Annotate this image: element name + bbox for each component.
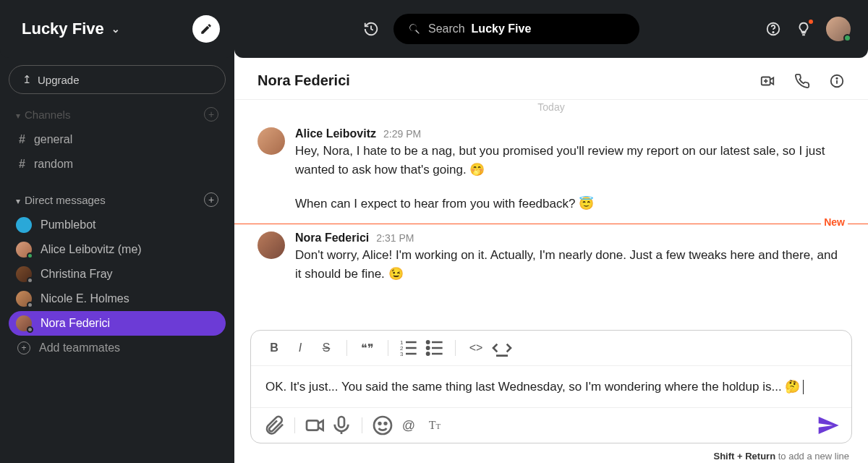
main: Search Lucky Five Nora Federici: [234, 0, 868, 463]
channel-item-random[interactable]: # random: [9, 152, 226, 177]
compose-button[interactable]: [192, 15, 220, 43]
video-button[interactable]: [304, 415, 327, 436]
history-icon: [363, 21, 379, 37]
at-icon: @: [402, 418, 415, 433]
add-video-button[interactable]: [760, 73, 775, 89]
date-separator: Today: [234, 100, 868, 120]
svg-point-18: [427, 347, 429, 349]
message-row: Nora Federici 2:31 PM Don't worry, Alice…: [234, 224, 868, 292]
code-button[interactable]: <>: [464, 338, 488, 358]
format-button[interactable]: TT: [423, 415, 446, 436]
svg-rect-21: [307, 420, 318, 430]
dm-item-nicole[interactable]: Nicole E. Holmes: [9, 286, 226, 311]
new-messages-divider: New: [234, 224, 868, 224]
codeblock-button[interactable]: [490, 338, 514, 358]
upgrade-button[interactable]: ↥ Upgrade: [9, 65, 226, 94]
message-text: When can I expect to hear from you with …: [295, 195, 845, 213]
text-format-icon: TT: [429, 419, 441, 432]
search-placeholder: Search Lucky Five: [428, 22, 531, 35]
chevron-down-icon: ▾: [16, 111, 20, 121]
bullet-list-button[interactable]: [423, 338, 446, 358]
dm-item-nora[interactable]: Nora Federici: [9, 311, 226, 336]
audio-button[interactable]: [330, 415, 353, 436]
send-icon: [817, 414, 840, 437]
message-author: Nora Federici: [295, 232, 369, 245]
message-time: 2:29 PM: [383, 128, 421, 140]
dm-name: Pumblebot: [41, 218, 96, 232]
avatar: [16, 315, 32, 331]
workspace-header: Lucky Five ⌄: [0, 0, 234, 58]
emoji-button[interactable]: [371, 415, 394, 436]
message-input[interactable]: OK. It's just... You said the same thing…: [251, 366, 851, 407]
user-avatar[interactable]: [826, 17, 851, 41]
avatar: [258, 127, 285, 155]
dm-item-alice[interactable]: Alice Leibovitz (me): [9, 237, 226, 262]
dm-name: Christina Fray: [41, 268, 113, 281]
notifications-button[interactable]: [796, 21, 812, 37]
svg-point-24: [379, 422, 381, 425]
chevron-down-icon: ▾: [16, 196, 20, 206]
history-button[interactable]: [363, 21, 379, 37]
call-button[interactable]: [794, 73, 810, 89]
svg-text:3: 3: [400, 351, 404, 357]
topbar: Search Lucky Five: [234, 0, 868, 58]
send-button[interactable]: [817, 415, 840, 436]
message-list: Alice Leibovitz 2:29 PM Hey, Nora, I hat…: [234, 120, 868, 324]
info-button[interactable]: [829, 73, 845, 89]
strike-icon: S: [323, 341, 331, 354]
text-cursor: [803, 380, 804, 394]
svg-point-1: [773, 32, 773, 33]
svg-point-25: [385, 422, 387, 425]
search-input[interactable]: Search Lucky Five: [393, 14, 639, 44]
emoji-icon: [371, 414, 394, 437]
svg-point-23: [374, 417, 391, 434]
attach-button[interactable]: [263, 415, 286, 436]
svg-rect-22: [339, 417, 344, 428]
conversation-header: Nora Federici: [234, 58, 868, 100]
chevron-down-icon: ⌄: [111, 23, 120, 35]
ordered-list-button[interactable]: 123: [397, 338, 420, 358]
add-teammates-button[interactable]: + Add teammates: [9, 336, 226, 360]
mic-icon: [330, 414, 353, 437]
presence-dot-away: [27, 277, 33, 284]
avatar: [16, 217, 32, 233]
italic-button[interactable]: I: [289, 338, 312, 358]
new-label: New: [821, 216, 848, 228]
dm-item-pumblebot[interactable]: Pumblebot: [9, 213, 226, 237]
message-text: Hey, Nora, I hate to be a nag, but you p…: [295, 142, 845, 180]
add-channel-button[interactable]: +: [204, 107, 218, 122]
composer: B I S ❝❞ 123 <>: [250, 330, 852, 443]
add-dm-button[interactable]: +: [204, 192, 218, 207]
code-icon: <>: [469, 341, 483, 354]
upgrade-label: Upgrade: [38, 74, 80, 86]
dm-name: Alice Leibovitz (me): [41, 243, 142, 256]
conversation-actions: [760, 73, 845, 89]
dm-section-header[interactable]: ▾Direct messages +: [9, 187, 226, 213]
message-row: Alice Leibovitz 2:29 PM Hey, Nora, I hat…: [234, 120, 868, 221]
presence-dot-online: [27, 252, 33, 259]
workspace-switcher[interactable]: Lucky Five ⌄: [22, 20, 120, 38]
ordered-list-icon: 123: [397, 336, 420, 360]
dm-name: Nicole E. Holmes: [41, 292, 129, 305]
channel-name: general: [34, 133, 72, 146]
hash-icon: #: [19, 133, 25, 146]
dm-label: Direct messages: [25, 194, 106, 206]
help-icon: [765, 21, 781, 37]
draft-text: OK. It's just... You said the same thing…: [265, 379, 800, 394]
help-button[interactable]: [765, 21, 781, 37]
channels-section-header[interactable]: ▾Channels +: [9, 101, 226, 127]
paperclip-icon: [263, 414, 286, 437]
message-author: Alice Leibovitz: [295, 127, 376, 140]
plus-icon: +: [17, 341, 30, 354]
bold-button[interactable]: B: [263, 338, 286, 358]
channel-item-general[interactable]: # general: [9, 127, 226, 152]
video-plus-icon: [760, 73, 775, 89]
quote-button[interactable]: ❝❞: [356, 338, 379, 358]
sidebar-body: ↥ Upgrade ▾Channels + # general # random…: [0, 58, 234, 463]
workspace-name: Lucky Five: [22, 20, 104, 38]
presence-dot-online: [843, 34, 851, 42]
mention-button[interactable]: @: [397, 415, 420, 436]
search-icon: [408, 22, 421, 35]
dm-item-christina[interactable]: Christina Fray: [9, 262, 226, 286]
strike-button[interactable]: S: [315, 338, 338, 358]
